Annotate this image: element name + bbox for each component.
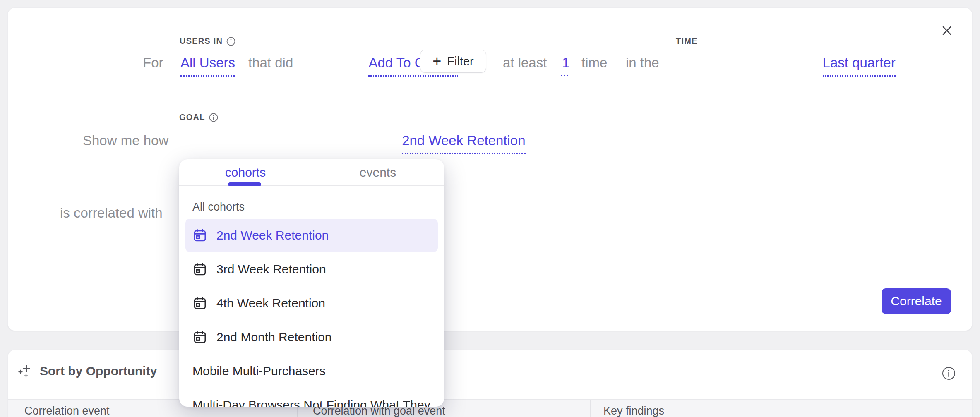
column-header-correlation-event: Correlation event <box>24 405 110 417</box>
sort-by-opportunity-control[interactable]: Sort by Opportunity <box>17 363 157 379</box>
cohort-list: 2nd Week Retention 3rd Week Retention <box>185 219 438 407</box>
sparkle-sort-icon <box>17 363 33 379</box>
column-divider <box>590 400 591 417</box>
list-item-label: 2nd Week Retention <box>216 228 329 242</box>
timerange-value: Last quarter <box>823 55 896 71</box>
users-in-label: USERS IN <box>180 36 235 46</box>
goal-dropdown: cohorts events All cohorts 2nd Week Rete… <box>179 159 444 407</box>
add-filter-button[interactable]: + Filter <box>420 50 486 73</box>
list-item[interactable]: 2nd Month Retention <box>185 321 438 354</box>
list-item[interactable]: 3rd Week Retention <box>185 253 438 286</box>
list-item[interactable]: 4th Week Retention <box>185 287 438 320</box>
list-item-label: Mobile Multi-Purchasers <box>192 364 326 378</box>
is-correlated-with-word: is correlated with <box>60 205 163 221</box>
time-label: TIME <box>676 36 698 46</box>
plus-icon: + <box>432 54 441 69</box>
in-the-word: in the <box>626 55 659 71</box>
goal-selector[interactable]: 2nd Week Retention <box>402 132 525 154</box>
list-item-label: 3rd Week Retention <box>216 262 326 276</box>
active-tab-underline <box>228 182 261 186</box>
calendar-icon <box>192 228 207 243</box>
list-item-label: 2nd Month Retention <box>216 330 332 344</box>
list-item-label: Multi-Day Browsers Not Finding What They <box>192 398 430 407</box>
count-selector[interactable]: 1 <box>562 55 569 71</box>
cohort-section-label: All cohorts <box>192 201 245 213</box>
goal-label-text: GOAL <box>179 113 205 122</box>
sort-by-opportunity-label: Sort by Opportunity <box>40 364 157 378</box>
users-in-label-text: USERS IN <box>180 36 223 46</box>
results-table-header: Correlation event Correlation with goal … <box>8 399 972 417</box>
calendar-icon <box>192 330 207 345</box>
users-selector[interactable]: All Users <box>180 55 235 77</box>
column-header-key-findings: Key findings <box>603 405 664 417</box>
close-icon <box>941 24 953 37</box>
calendar-icon <box>192 262 207 277</box>
results-info-button[interactable] <box>940 365 957 381</box>
list-item[interactable]: 2nd Week Retention <box>185 219 438 252</box>
list-item[interactable]: Mobile Multi-Purchasers <box>185 355 438 388</box>
goal-label: GOAL <box>179 113 218 122</box>
for-word: For <box>143 55 163 71</box>
count-underline <box>561 75 568 76</box>
that-did-word: that did <box>248 55 293 71</box>
dropdown-tabbar: cohorts events <box>179 159 444 186</box>
time-word: time <box>581 55 607 71</box>
timerange-selector[interactable]: Last quarter <box>823 55 896 77</box>
show-me-how-word: Show me how <box>83 132 168 149</box>
close-button[interactable] <box>938 22 956 40</box>
goal-value: 2nd Week Retention <box>402 132 525 149</box>
correlation-builder-screen: USERS IN TIME For All Users that did Add… <box>0 0 980 417</box>
calendar-icon <box>192 296 207 311</box>
tab-cohorts[interactable]: cohorts <box>179 159 312 185</box>
correlate-button[interactable]: Correlate <box>882 288 951 314</box>
info-icon[interactable] <box>226 37 235 46</box>
info-icon[interactable] <box>209 113 218 122</box>
info-icon <box>942 367 956 380</box>
users-value: All Users <box>180 55 235 71</box>
at-least-word: at least <box>503 55 547 71</box>
list-item-label: 4th Week Retention <box>216 296 325 310</box>
filter-button-label: Filter <box>447 55 473 68</box>
list-item[interactable]: Multi-Day Browsers Not Finding What They <box>185 388 438 407</box>
time-label-text: TIME <box>676 36 698 46</box>
tab-events[interactable]: events <box>312 159 444 185</box>
